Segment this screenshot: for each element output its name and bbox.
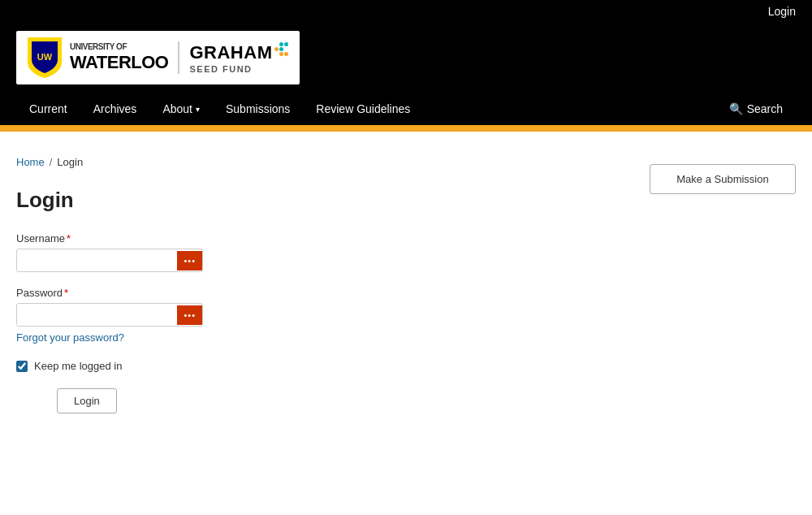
logo-box[interactable]: UW UNIVERSITY OF WATERLOO GRAHAM	[16, 31, 300, 84]
password-toggle-btn[interactable]: •••	[177, 305, 202, 325]
username-input-wrapper: •••	[16, 249, 203, 272]
graham-dots	[274, 42, 288, 56]
gold-bar	[0, 125, 812, 132]
nav-item-submissions[interactable]: Submissions	[213, 93, 303, 125]
logo-graham: GRAHAM SEED FUND	[189, 42, 288, 74]
logo-uw-text: UNIVERSITY OF WATERLOO	[70, 42, 168, 73]
keep-logged-in-label: Keep me logged in	[34, 360, 122, 372]
main-content: Home / Login Login Username* ••• Passwor…	[0, 148, 617, 422]
topbar-login-link[interactable]: Login	[768, 5, 796, 18]
username-required: *	[67, 232, 71, 245]
nav-search[interactable]: 🔍 Search	[716, 93, 796, 125]
search-icon: 🔍	[729, 102, 743, 115]
content-wrapper: Home / Login Login Username* ••• Passwor…	[0, 132, 812, 438]
breadcrumb-current: Login	[57, 156, 83, 168]
password-input-wrapper: •••	[16, 303, 203, 327]
search-label: Search	[747, 102, 783, 115]
password-input[interactable]	[17, 304, 177, 326]
seed-fund-label: SEED FUND	[189, 64, 252, 74]
uw-shield-icon: UW	[28, 37, 62, 78]
forgot-password-link[interactable]: Forgot your password?	[16, 331, 601, 344]
logo-divider	[178, 41, 179, 74]
main-nav: Current Archives About ▾ Submissions Rev…	[0, 93, 812, 125]
nav-item-current[interactable]: Current	[16, 93, 80, 125]
chevron-down-icon: ▾	[196, 105, 200, 114]
password-group: Password* ••• Forgot your password?	[16, 287, 601, 344]
nav-item-about[interactable]: About ▾	[149, 93, 213, 125]
breadcrumb-home[interactable]: Home	[16, 156, 45, 168]
password-label: Password*	[16, 287, 601, 299]
logo-area: UW UNIVERSITY OF WATERLOO GRAHAM	[0, 23, 812, 93]
svg-text:UW: UW	[37, 52, 53, 62]
make-submission-button[interactable]: Make a Submission	[650, 164, 796, 194]
password-required: *	[64, 287, 68, 299]
sidebar: Make a Submission	[633, 148, 812, 422]
nav-item-archives[interactable]: Archives	[80, 93, 150, 125]
breadcrumb-separator: /	[50, 156, 53, 168]
login-title: Login	[16, 188, 601, 213]
keep-logged-in-checkbox[interactable]	[16, 361, 28, 372]
username-input[interactable]	[17, 249, 177, 271]
nav-item-review-guidelines[interactable]: Review Guidelines	[303, 93, 423, 125]
keep-logged-in-group: Keep me logged in	[16, 360, 601, 372]
username-group: Username* •••	[16, 232, 601, 272]
top-bar: Login	[0, 0, 812, 23]
breadcrumb: Home / Login	[16, 156, 601, 168]
graham-label: GRAHAM	[189, 42, 272, 63]
username-toggle-btn[interactable]: •••	[177, 251, 202, 270]
username-label: Username*	[16, 232, 601, 245]
login-button[interactable]: Login	[57, 388, 117, 413]
